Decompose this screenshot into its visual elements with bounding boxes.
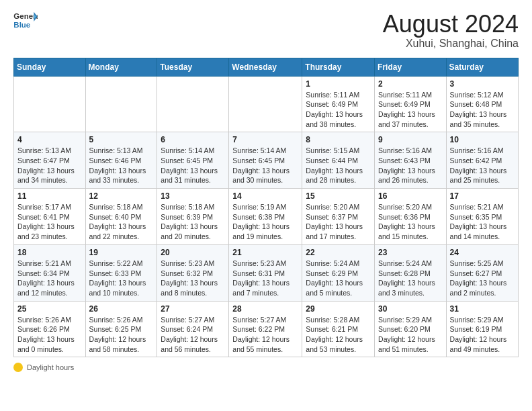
- day-number: 30: [378, 304, 443, 314]
- day-info: Sunrise: 5:21 AMSunset: 6:35 PMDaylight:…: [450, 202, 515, 242]
- calendar-header-row: SundayMondayTuesdayWednesdayThursdayFrid…: [14, 58, 519, 76]
- calendar-cell: 25Sunrise: 5:26 AMSunset: 6:26 PMDayligh…: [14, 301, 86, 357]
- day-number: 7: [232, 135, 298, 144]
- calendar-cell: [229, 76, 302, 132]
- day-number: 4: [17, 135, 82, 144]
- day-number: 6: [161, 135, 225, 144]
- day-info: Sunrise: 5:11 AMSunset: 6:49 PMDaylight:…: [378, 90, 443, 130]
- day-info: Sunrise: 5:22 AMSunset: 6:33 PMDaylight:…: [89, 259, 154, 298]
- day-info: Sunrise: 5:25 AMSunset: 6:27 PMDaylight:…: [450, 259, 515, 298]
- day-info: Sunrise: 5:14 AMSunset: 6:45 PMDaylight:…: [232, 146, 298, 185]
- day-info: Sunrise: 5:20 AMSunset: 6:36 PMDaylight:…: [378, 202, 443, 242]
- calendar-cell: 18Sunrise: 5:21 AMSunset: 6:34 PMDayligh…: [14, 244, 86, 301]
- day-info: Sunrise: 5:12 AMSunset: 6:48 PMDaylight:…: [450, 90, 515, 130]
- logo-icon: General Blue: [13, 11, 38, 31]
- day-info: Sunrise: 5:23 AMSunset: 6:31 PMDaylight:…: [232, 259, 298, 298]
- day-number: 19: [89, 248, 154, 257]
- day-number: 26: [89, 304, 154, 314]
- calendar-week-row: 25Sunrise: 5:26 AMSunset: 6:26 PMDayligh…: [14, 301, 519, 357]
- day-number: 9: [378, 135, 443, 144]
- day-number: 13: [161, 191, 225, 201]
- day-info: Sunrise: 5:21 AMSunset: 6:34 PMDaylight:…: [17, 259, 82, 298]
- logo: General Blue: [13, 11, 38, 31]
- calendar-cell: 9Sunrise: 5:16 AMSunset: 6:43 PMDaylight…: [375, 132, 447, 189]
- day-info: Sunrise: 5:16 AMSunset: 6:43 PMDaylight:…: [378, 146, 443, 185]
- day-info: Sunrise: 5:27 AMSunset: 6:24 PMDaylight:…: [161, 315, 225, 355]
- day-number: 3: [450, 79, 515, 89]
- day-number: 2: [378, 79, 443, 89]
- calendar-day-header: Wednesday: [229, 58, 302, 76]
- calendar-cell: 22Sunrise: 5:24 AMSunset: 6:29 PMDayligh…: [302, 244, 375, 301]
- calendar-cell: 31Sunrise: 5:29 AMSunset: 6:19 PMDayligh…: [446, 301, 518, 357]
- calendar-cell: 27Sunrise: 5:27 AMSunset: 6:24 PMDayligh…: [157, 301, 229, 357]
- day-number: 17: [450, 191, 515, 201]
- day-number: 16: [378, 191, 443, 201]
- calendar-cell: 19Sunrise: 5:22 AMSunset: 6:33 PMDayligh…: [85, 244, 157, 301]
- day-info: Sunrise: 5:26 AMSunset: 6:26 PMDaylight:…: [17, 315, 82, 355]
- calendar-cell: 7Sunrise: 5:14 AMSunset: 6:45 PMDaylight…: [229, 132, 302, 189]
- calendar-cell: 10Sunrise: 5:16 AMSunset: 6:42 PMDayligh…: [446, 132, 518, 189]
- calendar-cell: 5Sunrise: 5:13 AMSunset: 6:46 PMDaylight…: [85, 132, 157, 189]
- calendar-cell: 28Sunrise: 5:27 AMSunset: 6:22 PMDayligh…: [229, 301, 302, 357]
- daylight-label: Daylight hours: [27, 363, 74, 371]
- svg-text:Blue: Blue: [13, 21, 30, 29]
- calendar-cell: 20Sunrise: 5:23 AMSunset: 6:32 PMDayligh…: [157, 244, 229, 301]
- day-info: Sunrise: 5:13 AMSunset: 6:47 PMDaylight:…: [17, 146, 82, 185]
- calendar-cell: [14, 76, 86, 132]
- calendar-day-header: Saturday: [446, 58, 518, 76]
- day-number: 31: [450, 304, 515, 314]
- day-number: 18: [17, 248, 82, 257]
- calendar-cell: 4Sunrise: 5:13 AMSunset: 6:47 PMDaylight…: [14, 132, 86, 189]
- day-info: Sunrise: 5:15 AMSunset: 6:44 PMDaylight:…: [306, 146, 371, 185]
- day-info: Sunrise: 5:19 AMSunset: 6:38 PMDaylight:…: [232, 202, 298, 242]
- day-info: Sunrise: 5:26 AMSunset: 6:25 PMDaylight:…: [89, 315, 154, 355]
- calendar-day-header: Sunday: [14, 58, 86, 76]
- calendar-cell: [157, 76, 229, 132]
- day-number: 29: [306, 304, 371, 314]
- day-info: Sunrise: 5:29 AMSunset: 6:19 PMDaylight:…: [450, 315, 515, 355]
- calendar-cell: 21Sunrise: 5:23 AMSunset: 6:31 PMDayligh…: [229, 244, 302, 301]
- day-number: 8: [306, 135, 371, 144]
- calendar-cell: 29Sunrise: 5:28 AMSunset: 6:21 PMDayligh…: [302, 301, 375, 357]
- calendar-table: SundayMondayTuesdayWednesdayThursdayFrid…: [13, 58, 519, 358]
- day-info: Sunrise: 5:11 AMSunset: 6:49 PMDaylight:…: [306, 90, 371, 130]
- page-subtitle: Xuhui, Shanghai, China: [383, 38, 519, 50]
- calendar-day-header: Monday: [85, 58, 157, 76]
- day-info: Sunrise: 5:20 AMSunset: 6:37 PMDaylight:…: [306, 202, 371, 242]
- calendar-cell: 1Sunrise: 5:11 AMSunset: 6:49 PMDaylight…: [302, 76, 375, 132]
- calendar-cell: 30Sunrise: 5:29 AMSunset: 6:20 PMDayligh…: [375, 301, 447, 357]
- day-info: Sunrise: 5:18 AMSunset: 6:39 PMDaylight:…: [161, 202, 225, 242]
- calendar-cell: 3Sunrise: 5:12 AMSunset: 6:48 PMDaylight…: [446, 76, 518, 132]
- day-info: Sunrise: 5:17 AMSunset: 6:41 PMDaylight:…: [17, 202, 82, 242]
- day-info: Sunrise: 5:27 AMSunset: 6:22 PMDaylight:…: [232, 315, 298, 355]
- day-info: Sunrise: 5:29 AMSunset: 6:20 PMDaylight:…: [378, 315, 443, 355]
- calendar-cell: 6Sunrise: 5:14 AMSunset: 6:45 PMDaylight…: [157, 132, 229, 189]
- calendar-week-row: 1Sunrise: 5:11 AMSunset: 6:49 PMDaylight…: [14, 76, 519, 132]
- calendar-cell: 13Sunrise: 5:18 AMSunset: 6:39 PMDayligh…: [157, 189, 229, 245]
- day-number: 1: [306, 79, 371, 89]
- day-info: Sunrise: 5:14 AMSunset: 6:45 PMDaylight:…: [161, 146, 225, 185]
- calendar-week-row: 11Sunrise: 5:17 AMSunset: 6:41 PMDayligh…: [14, 189, 519, 245]
- calendar-cell: 24Sunrise: 5:25 AMSunset: 6:27 PMDayligh…: [446, 244, 518, 301]
- day-number: 24: [450, 248, 515, 257]
- day-info: Sunrise: 5:16 AMSunset: 6:42 PMDaylight:…: [450, 146, 515, 185]
- calendar-week-row: 4Sunrise: 5:13 AMSunset: 6:47 PMDaylight…: [14, 132, 519, 189]
- day-number: 14: [232, 191, 298, 201]
- calendar-cell: 16Sunrise: 5:20 AMSunset: 6:36 PMDayligh…: [375, 189, 447, 245]
- page-title: August 2024: [383, 11, 519, 38]
- calendar-day-header: Thursday: [302, 58, 375, 76]
- calendar-cell: 2Sunrise: 5:11 AMSunset: 6:49 PMDaylight…: [375, 76, 447, 132]
- day-number: 12: [89, 191, 154, 201]
- calendar-cell: 15Sunrise: 5:20 AMSunset: 6:37 PMDayligh…: [302, 189, 375, 245]
- calendar-week-row: 18Sunrise: 5:21 AMSunset: 6:34 PMDayligh…: [14, 244, 519, 301]
- calendar-day-header: Tuesday: [157, 58, 229, 76]
- calendar-cell: 11Sunrise: 5:17 AMSunset: 6:41 PMDayligh…: [14, 189, 86, 245]
- title-block: August 2024 Xuhui, Shanghai, China: [383, 11, 519, 50]
- day-number: 23: [378, 248, 443, 257]
- day-info: Sunrise: 5:23 AMSunset: 6:32 PMDaylight:…: [161, 259, 225, 298]
- footer-note: Daylight hours: [13, 363, 519, 372]
- day-number: 21: [232, 248, 298, 257]
- calendar-cell: 23Sunrise: 5:24 AMSunset: 6:28 PMDayligh…: [375, 244, 447, 301]
- day-number: 11: [17, 191, 82, 201]
- calendar-cell: 17Sunrise: 5:21 AMSunset: 6:35 PMDayligh…: [446, 189, 518, 245]
